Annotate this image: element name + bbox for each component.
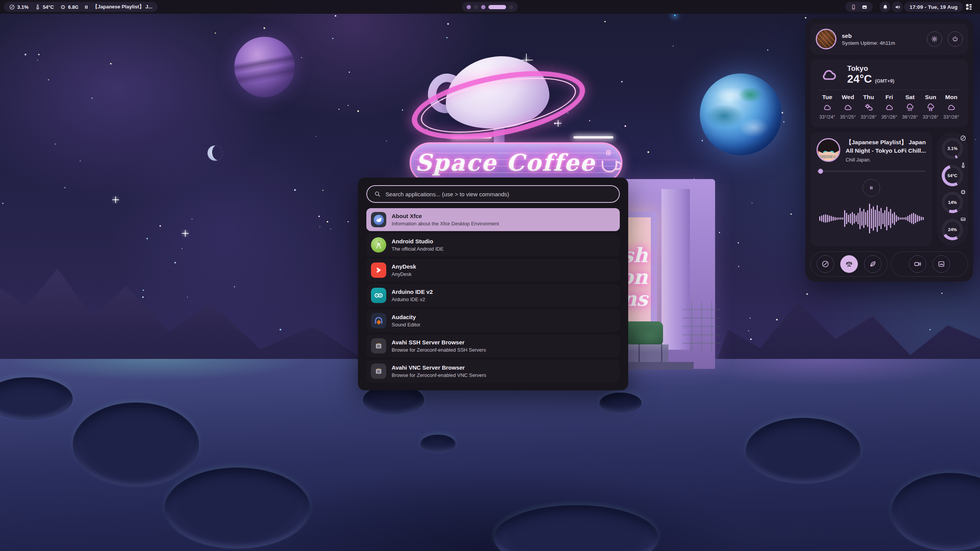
control-center-panel: seb System Uptime: 4h11m Tokyo 24°C (GMT… xyxy=(805,18,973,282)
forecast-day: Tue 33°/24° xyxy=(817,94,837,120)
storm-icon xyxy=(926,103,936,112)
workspace-dot-5[interactable] xyxy=(509,5,513,9)
crater xyxy=(599,393,642,413)
album-art-text: TOKYO L xyxy=(818,155,839,158)
app-name: Avahi SSH Server Browser xyxy=(392,339,486,346)
app-row-audacity[interactable]: Audacity Sound Editor xyxy=(366,309,620,332)
chip-icon xyxy=(960,189,966,195)
avahi-app-icon xyxy=(371,338,386,354)
weather-timezone: (GMT+9) xyxy=(875,78,894,84)
cloud-icon xyxy=(822,103,832,112)
speedometer-icon xyxy=(9,4,15,10)
volume-button[interactable] xyxy=(892,2,903,12)
cpu-usage-value: 3.1% xyxy=(17,4,29,10)
audacity-app-icon xyxy=(371,313,386,328)
app-row-avahi-ssh[interactable]: Avahi SSH Server Browser Browse for Zero… xyxy=(366,334,620,357)
shop-tiles xyxy=(682,302,720,351)
workspace-dot-1[interactable] xyxy=(467,5,471,9)
settings-button[interactable] xyxy=(927,31,942,47)
play-pause-button[interactable] xyxy=(862,179,880,197)
temperature-value: 54°C xyxy=(43,4,54,10)
weather-current: Tokyo 24°C (GMT+9) xyxy=(817,65,961,85)
forecast-day-label: Fri xyxy=(885,94,893,101)
system-tray xyxy=(845,2,873,12)
weather-card: Tokyo 24°C (GMT+9) Tue 33°/24° Wed 35°/2… xyxy=(810,59,968,127)
sparkle-star xyxy=(557,122,559,124)
balanced-mode-button[interactable] xyxy=(840,255,858,273)
app-row-avahi-vnc[interactable]: Avahi VNC Server Browser Browse for Zero… xyxy=(366,360,620,383)
powersave-mode-button[interactable] xyxy=(864,255,882,273)
app-description: Arduino IDE v2 xyxy=(392,297,433,302)
forecast-temps: 35°/25° xyxy=(840,114,856,120)
sparkle-star xyxy=(115,199,116,201)
app-name: Audacity xyxy=(392,314,420,321)
seek-track xyxy=(817,171,926,172)
media-player-card: TOKYO L 【Japanese Playlist】 Japan All Ni… xyxy=(810,132,932,246)
sun-cloud-icon xyxy=(864,103,874,112)
roof-light xyxy=(573,136,613,139)
app-row-anydesk[interactable]: AnyDesk AnyDesk xyxy=(366,259,620,282)
speaker-icon xyxy=(895,4,900,10)
crescent-moon xyxy=(207,145,223,161)
speedometer-icon xyxy=(822,260,829,268)
forecast-day: Fri 35°/26° xyxy=(879,94,899,120)
screen-record-button[interactable] xyxy=(909,255,926,273)
cloud-icon xyxy=(817,66,841,84)
overview-grid-icon[interactable] xyxy=(965,3,973,11)
forecast-day: Wed 35°/25° xyxy=(838,94,858,120)
workspace-dot-3[interactable] xyxy=(481,5,485,9)
app-launcher: About Xfce Information about the Xfce De… xyxy=(358,178,628,390)
system-uptime: System Uptime: 4h11m xyxy=(842,40,895,46)
temperature-stat: 54°C xyxy=(35,4,54,10)
phone-tray-icon[interactable] xyxy=(851,4,856,10)
weather-temperature: 24°C xyxy=(847,73,872,85)
app-row-android-studio[interactable]: Android Studio The official Android IDE xyxy=(366,233,620,256)
forecast-day-label: Thu xyxy=(863,94,874,101)
clock-widget[interactable]: 17:09 - Tue, 19 Aug xyxy=(904,2,963,12)
album-art: TOKYO L xyxy=(817,138,840,162)
app-row-about-xfce[interactable]: About Xfce Information about the Xfce De… xyxy=(366,208,620,231)
pause-icon xyxy=(869,185,874,191)
now-playing-label: 【Japanese Playlist】 J... xyxy=(93,3,152,10)
forecast-temps: 35°/26° xyxy=(881,114,897,120)
seek-bar[interactable] xyxy=(817,169,926,174)
forecast-day-label: Mon xyxy=(945,94,957,101)
power-button[interactable] xyxy=(947,31,963,47)
app-description: Browse for Zeroconf-enabled VNC Servers xyxy=(392,372,486,378)
xfce-app-icon xyxy=(371,212,386,227)
app-row-arduino[interactable]: Arduino IDE v2 Arduino IDE v2 xyxy=(366,284,620,307)
workspace-dot-2[interactable] xyxy=(474,5,478,9)
performance-mode-button[interactable] xyxy=(817,255,834,273)
forecast-day: Mon 33°/26° xyxy=(941,94,961,120)
forecast-day: Thu 33°/26° xyxy=(859,94,879,120)
crater xyxy=(73,403,199,487)
sparkle-star xyxy=(526,59,527,61)
image-tray-icon[interactable] xyxy=(862,4,867,10)
screenshot-button[interactable] xyxy=(933,255,950,273)
app-description: Sound Editor xyxy=(392,322,420,328)
bell-icon xyxy=(882,4,888,10)
search-input[interactable] xyxy=(385,191,612,197)
forecast-day-label: Tue xyxy=(822,94,832,101)
app-description: AnyDesk xyxy=(392,271,416,277)
capture-group xyxy=(891,251,968,277)
forecast-temps: 33°/24° xyxy=(819,114,835,120)
video-camera-icon xyxy=(914,260,921,268)
system-gauges-card: 3.1% 54°C 14% 24% xyxy=(937,132,968,246)
cloud-icon xyxy=(946,103,956,112)
app-list: About Xfce Information about the Xfce De… xyxy=(366,208,620,383)
app-name: Android Studio xyxy=(392,238,444,245)
speedometer-icon xyxy=(960,135,966,141)
workspace-indicator[interactable] xyxy=(462,2,518,12)
notifications-button[interactable] xyxy=(880,2,890,12)
seek-handle[interactable] xyxy=(818,169,823,174)
cpu-usage-stat: 3.1% xyxy=(9,4,29,10)
memory-gauge: 14% xyxy=(942,192,963,213)
search-box[interactable] xyxy=(366,185,620,203)
workspace-dot-4[interactable] xyxy=(488,5,506,9)
forecast-temps: 33°/26° xyxy=(923,114,938,120)
now-playing-widget[interactable]: 【Japanese Playlist】 J... xyxy=(78,2,158,12)
app-description: Browse for Zeroconf-enabled SSH Servers xyxy=(392,347,486,353)
avatar xyxy=(816,29,836,49)
app-description: The official Android IDE xyxy=(392,246,444,252)
